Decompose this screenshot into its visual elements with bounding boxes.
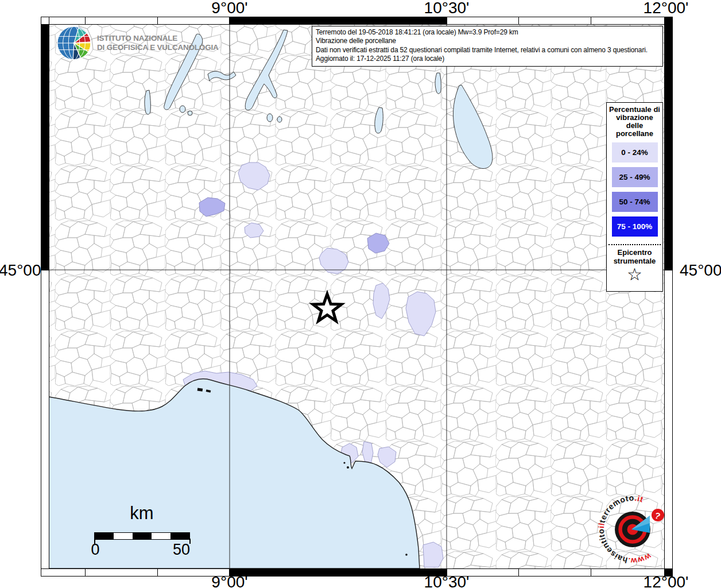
frame-top-3 (447, 17, 665, 25)
frame-tick (157, 569, 158, 576)
frame-bottom-1 (41, 568, 230, 577)
ingv-name-line2: DI GEOFISICA E VULCANOLOGIA (97, 43, 219, 52)
axis-label-top-9: 9°00' (211, 0, 247, 17)
axis-label-bottom-9: 9°00' (211, 573, 247, 588)
felt-map-page: { "info_box": { "lines": [ "Terremoto de… (0, 0, 721, 588)
legend-class-0: 0 - 24% (612, 142, 658, 163)
frame-tick (591, 17, 591, 24)
legend-class-3: 75 - 100% (612, 216, 658, 237)
frame-top-right-corner (664, 17, 673, 25)
frame-top-2 (229, 17, 447, 25)
scale-bar (94, 532, 190, 540)
frame-tick (591, 569, 591, 576)
axis-label-top-1030: 10°30' (424, 0, 470, 17)
frame-bottom-2 (229, 568, 447, 577)
legend-class-1: 25 - 49% (612, 167, 658, 187)
scale-max-label: 50 (169, 541, 193, 559)
frame-tick (85, 569, 86, 576)
legend-class-2: 50 - 74% (612, 192, 658, 212)
legend-star-icon: ☆ (607, 265, 662, 284)
frame-top-1 (49, 17, 230, 25)
scale-min-label: 0 (88, 541, 103, 559)
legend: Percentuale di vibrazione delle porcella… (606, 102, 663, 292)
frame-tick (518, 17, 519, 24)
axis-label-right-45: 45°00' (680, 261, 721, 280)
info-line-event: Terremoto del 19-05-2018 18:41:21 (ora l… (316, 28, 659, 37)
axis-label-bottom-12: 12°00' (644, 573, 689, 588)
frame-tick (157, 17, 158, 24)
frame-right-1 (664, 24, 673, 270)
ingv-logo: ISTITUTO NAZIONALE DI GEOFISICA E VULCAN… (56, 25, 219, 61)
haisentitoilterremoto-logo: ? www.haisentitoilterremoto.it (595, 492, 671, 568)
frame-left-2 (41, 270, 49, 569)
legend-divider (608, 244, 661, 245)
frame-tick (518, 569, 519, 576)
frame-top-left-corner (41, 17, 49, 25)
ingv-name-line1: ISTITUTO NAZIONALE (97, 34, 219, 43)
frame-tick (85, 17, 86, 24)
legend-title: Percentuale di vibrazione delle porcella… (607, 106, 662, 138)
frame-bottom-3 (447, 568, 665, 577)
axis-label-left-45: 45°00' (0, 261, 39, 280)
info-line-effect: Vibrazione delle porcellane (316, 37, 659, 45)
earthquake-info-box: Terremoto del 19-05-2018 18:41:21 (ora l… (312, 26, 663, 67)
info-line-updated: Aggiornato il: 17-12-2025 11:27 (ora loc… (316, 55, 659, 63)
legend-epicenter-label: Epicentro strumentale (607, 248, 662, 265)
axis-label-top-12: 12°00' (644, 0, 689, 17)
info-line-data-source: Dati non verificati estratti da 52 quest… (316, 46, 659, 55)
axis-label-bottom-1030: 10°30' (424, 573, 470, 588)
ingv-globe-icon (56, 25, 92, 61)
scale-unit-label: km (113, 503, 170, 524)
frame-left-1 (41, 24, 49, 270)
